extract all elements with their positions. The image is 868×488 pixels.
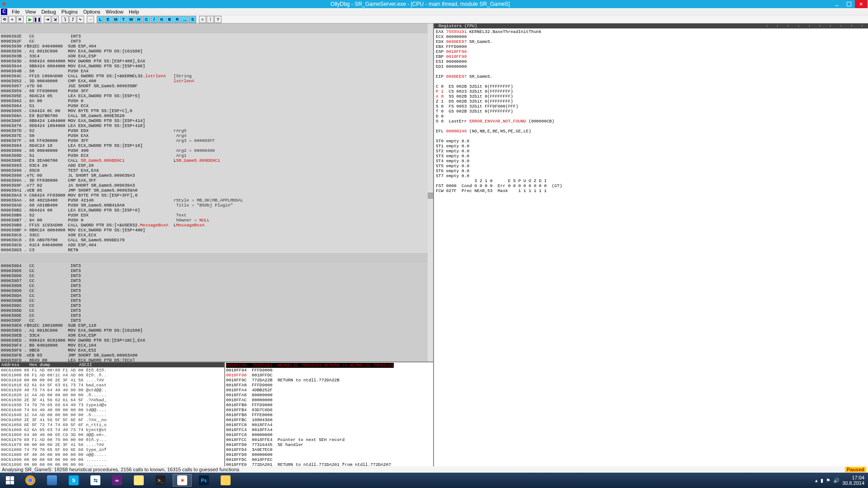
log-button[interactable]: L (97, 16, 104, 23)
task-teamviewer[interactable]: ⇆ (86, 474, 105, 487)
step-into-icon[interactable]: ⇥ (44, 16, 51, 23)
source-button[interactable]: S (189, 16, 196, 23)
close-button[interactable] (855, 0, 867, 8)
task-vscode[interactable]: ∞ (108, 474, 127, 487)
trace-over-icon[interactable]: ⤴ (69, 16, 76, 23)
system-tray[interactable]: ▴ ▮ ⚑ 🔊 17:04 30.8.2014 (815, 475, 866, 486)
goto-icon[interactable]: → (87, 16, 94, 23)
window-title: OllyDbg - SR_GameServer.exe - [CPU - mai… (10, 1, 830, 7)
clock-date: 30.8.2014 (842, 480, 864, 486)
patches-button[interactable]: / (151, 16, 158, 23)
cpu-button[interactable]: C (143, 16, 150, 23)
status-paused: Paused (845, 467, 866, 472)
help-icon[interactable]: ? (214, 16, 222, 23)
executable-button[interactable]: E (104, 16, 112, 23)
status-text: Analysing SR_GameS: 18268 heuristical pr… (2, 467, 239, 472)
title-bar: ✶ OllyDbg - SR_GameServer.exe - [CPU - m… (0, 0, 868, 8)
reg-nav-arrows[interactable]: ‹ ‹ ‹ ‹ ‹ ‹ ‹ ‹ ‹ ‹ (766, 23, 866, 28)
app-icon: ✶ (1, 1, 7, 7)
tray-network-icon[interactable]: ▮ (821, 478, 823, 483)
maximize-button[interactable] (843, 0, 855, 8)
minimize-button[interactable] (830, 0, 843, 8)
rewind-icon[interactable]: « (9, 16, 16, 23)
disasm-scrollbar[interactable] (428, 23, 433, 361)
callstack-button[interactable]: K (158, 16, 165, 23)
task-skype[interactable]: S (64, 474, 83, 487)
disassembly-pane[interactable]: 0096392E CC INT3 0096392F CC INT3 009639… (0, 23, 433, 361)
menu-bar: C File View Debug Plugins Options Window… (0, 8, 868, 15)
memory-button[interactable]: M (112, 16, 119, 23)
trace-into-icon[interactable]: ⤵ (61, 16, 69, 23)
close-process-icon[interactable]: ✕ (16, 16, 24, 23)
task-explorer[interactable] (42, 474, 61, 487)
task-cmd[interactable]: >_ (151, 474, 170, 487)
menu-window[interactable]: Window (103, 9, 126, 14)
task-folder[interactable] (216, 474, 235, 487)
menu-file[interactable]: File (9, 9, 23, 14)
task-photoshop[interactable]: Ps (194, 474, 213, 487)
tray-flag-icon[interactable]: ⚑ (826, 478, 830, 483)
menu-plugins[interactable]: Plugins (59, 9, 80, 14)
runtrace-button[interactable]: ... (181, 16, 189, 23)
options-icon[interactable]: ≡ (199, 16, 206, 23)
menu-help[interactable]: Help (126, 9, 142, 14)
tray-volume-icon[interactable]: 🔊 (833, 478, 840, 483)
menu-options[interactable]: Options (80, 9, 103, 14)
tray-clock[interactable]: 17:04 30.8.2014 (842, 475, 866, 486)
windows-button[interactable]: W (127, 16, 135, 23)
stack-pane[interactable]: 0018FF90 75559191 KERNEL32.75559191 RETU… (225, 362, 433, 466)
clock-time: 17:04 (842, 475, 864, 480)
registers-tab[interactable]: Registers (FPU) (436, 23, 480, 28)
task-chrome[interactable] (21, 474, 40, 487)
hex-col-ascii: ASCII (79, 362, 92, 367)
cpu-icon[interactable]: C (1, 9, 7, 15)
start-button[interactable] (2, 474, 18, 487)
threads-button[interactable]: T (120, 16, 127, 23)
breakpoints-button[interactable]: B (166, 16, 173, 23)
status-bar: Analysing SR_GameS: 18268 heuristical pr… (0, 466, 868, 473)
tray-show-hidden-icon[interactable]: ▴ (815, 478, 818, 483)
hex-col-address: Address (1, 362, 29, 367)
handles-button[interactable]: H (135, 16, 142, 23)
run-icon[interactable]: ▶ (26, 16, 33, 23)
menu-view[interactable]: View (23, 9, 39, 14)
toolbar: ⟲ « ✕ ▶ ❚❚ ⇥ ⇲ ⤵ ⤴ ⤷ → L E M T W H C / K… (0, 15, 868, 23)
run-to-return-icon[interactable]: ⤷ (77, 16, 84, 23)
restart-icon[interactable]: ⟲ (1, 16, 8, 23)
hex-col-dump: Hex dump (29, 362, 79, 367)
settings-icon[interactable]: ⋮ (207, 16, 214, 23)
hex-dump-pane[interactable]: Address Hex dump ASCII 00C61000 88 F1 AD… (0, 362, 225, 466)
task-notepad[interactable] (129, 474, 148, 487)
references-button[interactable]: R (174, 16, 181, 23)
pause-icon[interactable]: ❚❚ (34, 16, 41, 23)
windows-logo-icon (6, 476, 14, 484)
taskbar: S ⇆ ∞ >_ ✶ Ps ▴ ▮ ⚑ 🔊 17:04 30.8.2014 (0, 473, 868, 488)
task-ollydbg[interactable]: ✶ (173, 474, 192, 487)
menu-debug[interactable]: Debug (38, 9, 58, 14)
step-over-icon[interactable]: ⇲ (52, 16, 59, 23)
registers-pane[interactable]: Registers (FPU) ‹ ‹ ‹ ‹ ‹ ‹ ‹ ‹ ‹ ‹ EAX … (434, 23, 868, 466)
